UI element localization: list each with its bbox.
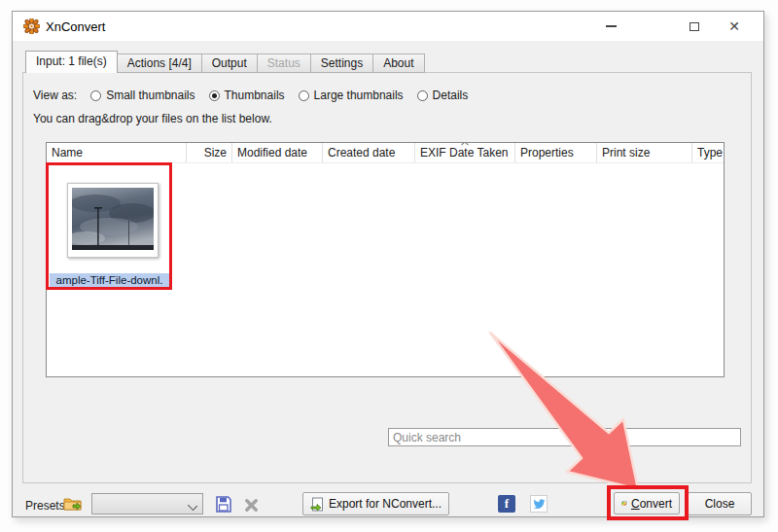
radio-small-thumbnails[interactable]: Small thumbnails (90, 89, 194, 102)
xnconvert-window: XnConvert ✕ Input: 1 file(s) Actions [4/… (12, 11, 764, 517)
title-bar: XnConvert ✕ (13, 12, 763, 41)
radio-large-thumbnails[interactable]: Large thumbnails (299, 89, 404, 102)
minimize-button[interactable] (591, 12, 630, 41)
column-header-modified-date[interactable]: Modified date (232, 143, 323, 162)
quick-search-input[interactable] (388, 428, 741, 446)
convert-images-icon (621, 497, 627, 510)
radio-label: Thumbnails (225, 89, 285, 102)
tab-actions[interactable]: Actions [4/4] (118, 53, 202, 73)
convert-button[interactable]: Convert (614, 492, 680, 514)
column-header-name[interactable]: Name (47, 143, 187, 162)
preset-select[interactable] (91, 493, 203, 514)
view-as-group: View as: Small thumbnails Thumbnails Lar… (33, 89, 468, 102)
dragdrop-hint: You can drag&drop your files on the list… (33, 112, 272, 125)
twitter-bird (533, 499, 546, 510)
export-for-nconvert-button[interactable]: Export for NConvert... (302, 492, 449, 515)
save-preset-button[interactable] (213, 495, 232, 514)
radio-thumbnails[interactable]: Thumbnails (209, 89, 285, 102)
file-name-label: ample-Tiff-File-downl. (50, 273, 169, 288)
radio-icon (90, 90, 101, 101)
minimize-icon (606, 25, 617, 27)
tab-about[interactable]: About (373, 53, 424, 73)
radio-details[interactable]: Details (417, 89, 469, 102)
radio-selected-icon (209, 90, 220, 101)
close-window-button[interactable]: ✕ (715, 12, 754, 41)
screenshot-stage: XnConvert ✕ Input: 1 file(s) Actions [4/… (0, 0, 778, 532)
folder-open-icon (63, 496, 83, 512)
cloudy-sky-thumbnail-image (72, 188, 154, 250)
tab-input[interactable]: Input: 1 file(s) (25, 51, 118, 73)
delete-preset-button[interactable] (242, 497, 260, 514)
maximize-button[interactable] (675, 12, 714, 41)
load-preset-folder-button[interactable] (61, 493, 85, 514)
facebook-f: f (505, 496, 509, 512)
radio-icon (417, 90, 428, 101)
close-button[interactable]: Close (688, 492, 752, 515)
thumbnail-frame (67, 183, 159, 258)
column-header-type[interactable]: Type (692, 143, 724, 162)
convert-label: Convert (631, 497, 672, 511)
window-title: XnConvert (46, 19, 105, 34)
maximize-icon (690, 22, 699, 31)
list-header: Name Size Modified date Created date EXI… (47, 143, 724, 163)
column-header-created-date[interactable]: Created date (323, 143, 415, 162)
twitter-icon[interactable] (530, 495, 548, 513)
facebook-icon[interactable]: f (498, 495, 515, 513)
floppy-save-icon (215, 496, 231, 513)
tab-output[interactable]: Output (202, 53, 258, 73)
tab-settings[interactable]: Settings (311, 53, 373, 73)
export-label: Export for NConvert... (329, 497, 442, 511)
close-icon: ✕ (728, 18, 740, 34)
column-header-print-size[interactable]: Print size (597, 143, 692, 162)
column-header-exif-date-taken[interactable]: EXIF Date Taken (415, 143, 515, 162)
radio-label: Details (433, 89, 469, 102)
radio-label: Small thumbnails (106, 89, 194, 102)
close-label: Close (705, 497, 735, 511)
export-page-icon (310, 497, 325, 512)
radio-label: Large thumbnails (314, 89, 404, 102)
tab-bar: Input: 1 file(s) Actions [4/4] Output St… (25, 52, 425, 73)
column-header-properties[interactable]: Properties (515, 143, 597, 162)
list-item-selected-file[interactable]: ample-Tiff-File-downl. (50, 166, 169, 287)
x-delete-icon (244, 498, 259, 513)
view-as-label: View as: (33, 89, 77, 102)
xnconvert-logo-icon (23, 18, 40, 34)
chevron-down-icon (188, 501, 197, 511)
radio-icon (299, 90, 309, 101)
column-header-size[interactable]: Size (187, 143, 232, 162)
tab-status: Status (258, 53, 311, 73)
sort-ascending-icon (461, 143, 470, 146)
